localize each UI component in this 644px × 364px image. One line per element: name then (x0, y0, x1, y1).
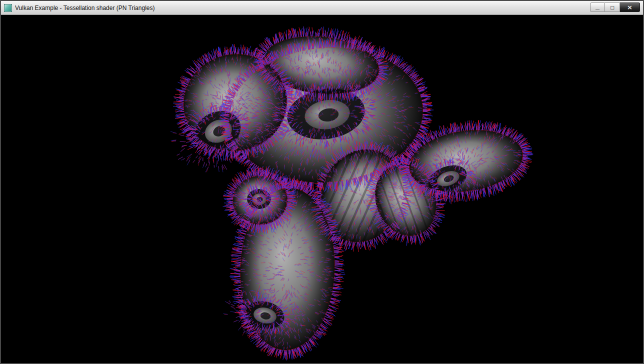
vulkan-example-window: Vulkan Example - Tessellation shader (PN… (0, 0, 644, 364)
window-controls: — □ × (590, 2, 640, 12)
app-icon[interactable] (4, 4, 12, 12)
minimize-icon: — (596, 6, 600, 12)
close-button[interactable]: × (620, 2, 640, 12)
close-icon: × (627, 4, 632, 11)
maximize-icon: □ (610, 5, 614, 10)
client-area (1, 15, 643, 363)
window-titlebar[interactable]: Vulkan Example - Tessellation shader (PN… (1, 1, 643, 15)
minimize-button[interactable]: — (590, 2, 605, 12)
window-title: Vulkan Example - Tessellation shader (PN… (15, 4, 640, 12)
vulkan-render-viewport[interactable] (1, 15, 643, 363)
maximize-button[interactable]: □ (605, 2, 620, 12)
